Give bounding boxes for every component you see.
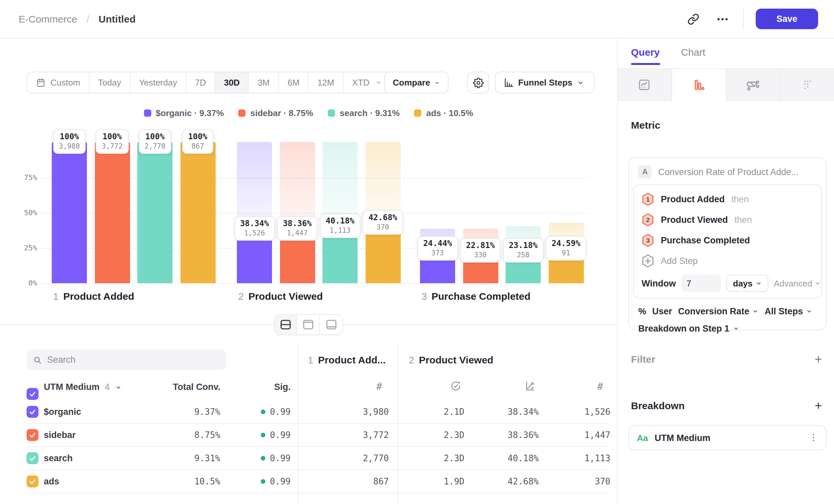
measured-as-row: % User Conversion Rate All Steps xyxy=(629,298,826,316)
row-step2-uniques: 1,447 xyxy=(585,430,610,440)
table-row-search[interactable]: search9.31%0.992,7702.3D40.18%1,113 xyxy=(26,447,610,470)
uniques-count-icon[interactable]: # xyxy=(376,381,382,393)
range-label: 6M xyxy=(288,77,300,88)
window-unit-select[interactable]: days xyxy=(726,275,768,292)
row-checkbox[interactable] xyxy=(26,476,39,487)
date-range-today[interactable]: Today xyxy=(90,72,130,93)
tab-funnel-chart[interactable] xyxy=(672,69,726,101)
layout-split-view-button[interactable] xyxy=(275,315,297,334)
metric-header-row[interactable]: A Conversion Rate of Product Adde... xyxy=(629,158,826,184)
measure-metric-select[interactable]: Conversion Rate xyxy=(678,306,759,316)
measure-user[interactable]: User xyxy=(652,306,672,316)
date-range-7d[interactable]: 7D xyxy=(186,72,215,93)
compare-button[interactable]: Compare xyxy=(384,72,448,93)
funnel-chart-icon xyxy=(692,78,705,92)
date-range-control: CustomTodayYesterday7D30D3M6M12MXTD xyxy=(26,72,391,93)
date-range-30d[interactable]: 30D xyxy=(215,72,249,93)
breakdown-on-step-select[interactable]: Breakdown on Step 1 xyxy=(629,316,826,334)
table-row-organic[interactable]: $organic9.37%0.993,9802.1D38.34%1,526 xyxy=(26,400,610,424)
search-icon xyxy=(33,355,42,364)
tab-line-chart[interactable] xyxy=(618,69,672,101)
date-range-12m[interactable]: 12M xyxy=(309,72,344,93)
row-checkbox[interactable] xyxy=(26,452,39,464)
table-col-total-conv[interactable]: Total Conv. xyxy=(173,382,220,392)
bar-ads-step1[interactable] xyxy=(180,142,215,283)
conversion-rate-icon[interactable] xyxy=(525,381,535,391)
table-row-ads[interactable]: ads10.5%0.998671.9D42.68%370 xyxy=(26,470,610,494)
bar-count: 1,113 xyxy=(326,227,355,235)
window-value-input[interactable] xyxy=(681,275,721,292)
chart-type-selector[interactable]: Funnel Steps xyxy=(495,72,594,93)
metric-badge: A xyxy=(638,165,652,178)
conversion-window-row: Window days Advanced xyxy=(642,275,813,292)
tab-retention-chart[interactable] xyxy=(781,69,834,101)
advanced-toggle[interactable]: Advanced xyxy=(774,278,821,288)
date-range-custom[interactable]: Custom xyxy=(27,72,90,93)
layout-chart-only-button[interactable] xyxy=(297,315,320,334)
breakdown-col-count: 4 xyxy=(105,382,110,392)
tab-query[interactable]: Query xyxy=(631,46,660,58)
measure-pct[interactable]: % xyxy=(638,306,646,316)
breakdown-property-card[interactable]: Aa UTM Medium xyxy=(628,425,827,450)
legend-item-sidebar[interactable]: sidebar · 8.75% xyxy=(239,108,313,118)
add-step-hexagon-icon xyxy=(642,254,654,268)
breadcrumb-project[interactable]: E-Commerce xyxy=(19,13,77,25)
sig-dot-icon xyxy=(260,479,265,484)
range-label: Yesterday xyxy=(139,77,177,88)
check-icon xyxy=(28,390,37,398)
tab-flow-chart[interactable] xyxy=(726,69,781,101)
table-col-sig[interactable]: Sig. xyxy=(274,382,291,392)
date-range-yesterday[interactable]: Yesterday xyxy=(130,72,186,93)
legend-swatch xyxy=(414,109,422,117)
svg-text:3: 3 xyxy=(646,237,650,244)
bar-conversion-pct: 24.59% xyxy=(552,238,580,248)
table-row-sidebar[interactable]: sidebar8.75%0.993,7722.3D38.36%1,447 xyxy=(26,424,610,447)
query-step-2[interactable]: 2Product Viewedthen xyxy=(642,210,813,230)
breakdown-section: Breakdown + xyxy=(631,399,822,412)
bar-organic-step1[interactable] xyxy=(52,142,87,283)
measure-scope-select[interactable]: All Steps xyxy=(765,306,812,316)
query-step-1[interactable]: 1Product Addedthen xyxy=(642,189,813,210)
add-filter-button[interactable]: + xyxy=(815,353,822,365)
step-number: 1 xyxy=(308,354,313,365)
legend-item-search[interactable]: search · 9.31% xyxy=(328,108,400,118)
bar-value-card: 100%867 xyxy=(182,129,213,154)
table-group-header-step2[interactable]: 2 Product Viewed xyxy=(409,354,493,365)
layout-table-only-button[interactable] xyxy=(320,315,342,334)
chevron-down-icon xyxy=(753,308,759,314)
step-name: Product Add... xyxy=(318,354,386,365)
legend-item-organic[interactable]: $organic · 9.37% xyxy=(144,108,224,118)
tab-chart[interactable]: Chart xyxy=(681,46,705,58)
query-step-3[interactable]: 3Purchase Completed xyxy=(642,230,813,251)
kebab-menu-icon[interactable] xyxy=(809,433,818,442)
row-step1-uniques: 2,770 xyxy=(363,453,389,463)
more-menu-icon[interactable] xyxy=(714,10,731,27)
chevron-down-icon xyxy=(806,308,812,314)
table-group-header-step1[interactable]: 1 Product Add... xyxy=(308,354,386,365)
add-breakdown-button[interactable]: + xyxy=(815,399,822,412)
save-button[interactable]: Save xyxy=(756,8,818,29)
chart-settings-button[interactable] xyxy=(467,72,489,93)
step-number: 3 xyxy=(421,291,427,302)
row-total-conv: 8.75% xyxy=(194,430,220,440)
date-range-3m[interactable]: 3M xyxy=(249,72,279,93)
add-step-button[interactable]: Add Step xyxy=(642,251,813,271)
table-col-breakdown[interactable]: UTM Medium 4 xyxy=(44,382,122,392)
bar-count: 258 xyxy=(509,250,538,259)
date-range-6m[interactable]: 6M xyxy=(279,72,309,93)
select-all-checkbox[interactable] xyxy=(26,388,39,400)
step-event-name: Product Added xyxy=(661,194,725,204)
chevron-down-icon xyxy=(435,79,440,86)
uniques-count-icon[interactable]: # xyxy=(597,381,603,393)
breadcrumb-page-title[interactable]: Untitled xyxy=(98,13,136,25)
date-range-xtd[interactable]: XTD xyxy=(344,72,390,93)
bar-sidebar-step1[interactable] xyxy=(94,142,130,283)
avg-time-icon[interactable] xyxy=(451,381,461,391)
bar-conversion-pct: 38.34% xyxy=(240,219,269,229)
link-icon[interactable] xyxy=(685,10,702,27)
row-checkbox[interactable] xyxy=(26,406,39,418)
row-checkbox[interactable] xyxy=(26,429,39,441)
bar-search-step1[interactable] xyxy=(137,142,173,283)
search-input[interactable] xyxy=(47,355,220,365)
legend-item-ads[interactable]: ads · 10.5% xyxy=(414,108,474,118)
